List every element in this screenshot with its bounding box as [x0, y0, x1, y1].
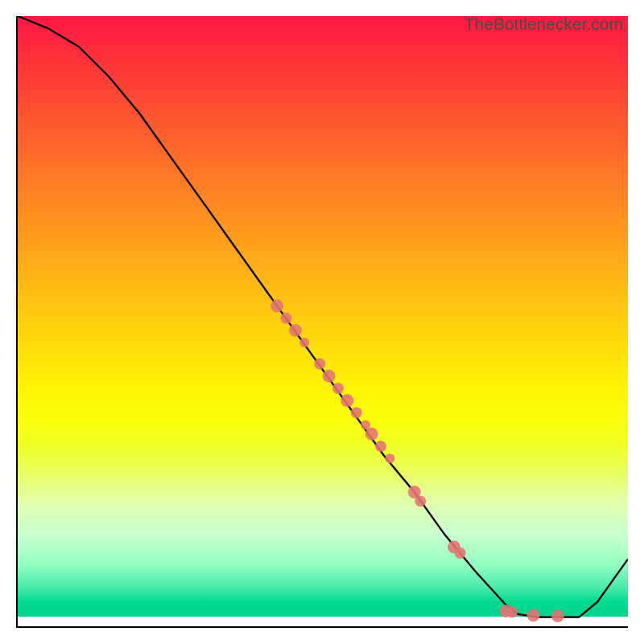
data-point	[351, 407, 362, 419]
attribution-label: TheBottlenecker.com	[464, 14, 623, 34]
bottleneck-curve	[18, 16, 628, 617]
data-point	[314, 358, 325, 369]
data-point	[527, 609, 540, 621]
data-point	[270, 299, 283, 312]
data-point	[289, 324, 302, 336]
data-point	[365, 427, 378, 440]
data-point	[375, 440, 386, 452]
data-point	[455, 547, 466, 559]
data-point	[281, 312, 292, 324]
data-point	[415, 496, 426, 507]
data-point	[551, 609, 564, 622]
chart-overlay	[18, 16, 628, 626]
chart-plot-area: TheBottlenecker.com	[16, 16, 628, 628]
data-point	[506, 607, 518, 618]
data-point	[299, 338, 309, 348]
data-point	[341, 394, 353, 407]
data-point	[332, 382, 344, 394]
data-point	[385, 454, 394, 464]
data-points	[270, 299, 564, 622]
data-point	[323, 369, 336, 382]
